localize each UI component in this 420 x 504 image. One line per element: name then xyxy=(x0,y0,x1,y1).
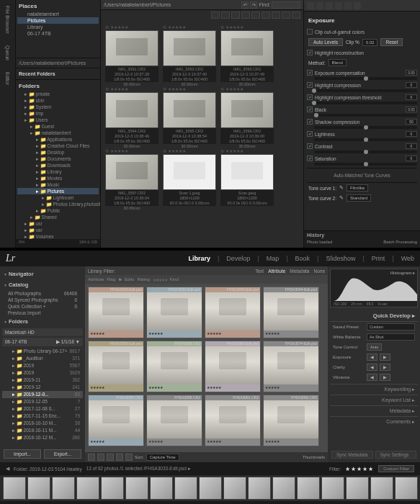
survey-mode-icon[interactable] xyxy=(116,454,123,461)
slider-track[interactable] xyxy=(314,138,417,141)
slider-checkbox[interactable] xyxy=(307,143,313,149)
vib-minus[interactable]: ◀ xyxy=(367,374,377,381)
history-icon[interactable] xyxy=(354,2,361,9)
filter-tab[interactable]: Metadata xyxy=(290,269,309,274)
lr-thumbnail[interactable]: FHSA3065-Edit.psd★★★★★ xyxy=(205,341,261,392)
slider-checkbox[interactable] xyxy=(307,119,313,125)
tc2-select[interactable]: Standard xyxy=(347,194,371,202)
volume-header[interactable]: Macintosh HD xyxy=(2,328,83,336)
filmstrip-thumb[interactable] xyxy=(27,477,50,500)
module-develop[interactable]: Develop xyxy=(226,255,250,262)
tab-queue[interactable]: Queue xyxy=(4,42,12,63)
find-input[interactable] xyxy=(272,1,300,9)
lr-thumbnail[interactable]: FHSA3059-Edit.psd★★★★★ xyxy=(88,341,144,392)
wb-select[interactable]: As Shot xyxy=(367,333,415,341)
tree-node[interactable]: ▸ 📁 var xyxy=(17,227,99,233)
slider-track[interactable] xyxy=(314,114,417,117)
folder-row[interactable]: ▸ 📁 20195567 xyxy=(2,362,83,369)
tree-node[interactable]: ▸ 📁 Photos Library.photoslibrary xyxy=(17,201,99,207)
vib-plus[interactable]: ▶ xyxy=(380,374,390,381)
prev-icon[interactable]: ◀ xyxy=(6,466,9,472)
tree-node[interactable]: ▸ 📁 Movies xyxy=(17,175,99,181)
redo-icon[interactable] xyxy=(344,2,352,9)
slider-checkbox[interactable] xyxy=(307,156,313,161)
view-icon[interactable] xyxy=(231,12,240,19)
filmstrip-thumb[interactable] xyxy=(125,477,148,500)
slider-checkbox[interactable] xyxy=(307,131,313,137)
slider-track[interactable] xyxy=(314,102,417,104)
thumbnail[interactable]: ⚙ ★★★★★IMG_3594.CR22019-12-3 10:38:461/8… xyxy=(105,86,158,144)
filmstrip-thumb[interactable] xyxy=(395,477,418,500)
tree-node[interactable]: ▸ 📁 Music xyxy=(17,181,99,188)
tree-node[interactable]: ▸ 📁 Documents xyxy=(17,156,99,162)
tab-editor[interactable]: Editor xyxy=(4,69,12,88)
trash-icon[interactable] xyxy=(272,12,280,19)
navigator-title[interactable]: Navigator xyxy=(2,269,83,279)
tree-node[interactable]: ▸ 📁 System xyxy=(17,104,99,110)
flag-icon[interactable]: ⚑ xyxy=(118,277,122,282)
filmstrip-thumb[interactable] xyxy=(272,477,295,500)
scope-icon[interactable] xyxy=(292,12,300,19)
module-print[interactable]: Print xyxy=(372,255,385,262)
tc1-select[interactable]: Filmlike xyxy=(347,184,368,192)
filmstrip-thumb[interactable] xyxy=(3,477,26,500)
module-library[interactable]: Library xyxy=(188,255,210,262)
thumbnail[interactable]: ⚙ ★★★★★Scan.jpeg1800×1200f/0.0 0s ISO 0 … xyxy=(220,148,274,206)
filmstrip-thumb[interactable] xyxy=(76,477,99,500)
place-item[interactable]: 06-17 4TB xyxy=(17,30,99,37)
tree-node[interactable]: ▸ 📁 usr xyxy=(17,220,99,227)
method-select[interactable]: Blend xyxy=(329,59,347,66)
loupe-mode-icon[interactable] xyxy=(97,454,104,461)
catalog-row[interactable]: All Synced Photographs0 xyxy=(2,297,83,303)
catalog-row[interactable]: Quick Collection +0 xyxy=(2,303,83,310)
filmstrip-thumb[interactable] xyxy=(248,477,271,500)
module-book[interactable]: Book xyxy=(295,255,310,262)
lr-thumbnail[interactable]: FHSA3044-Edit.psd★★★★★ xyxy=(263,287,319,338)
folder-row[interactable]: ▸ 📁 2017-11-15 Enc...79 xyxy=(2,413,83,420)
thumbnail[interactable]: ⚙ ★★★★★IMG_3596.CR22019-12-3 10:39:001/8… xyxy=(220,86,274,144)
tree-node[interactable]: ▸ 📁 Downloads xyxy=(17,162,99,168)
grid-icon[interactable] xyxy=(282,12,290,19)
thumbnail[interactable]: ⚙ ★★★★★IMG_3597.CR22019-12-3 10:39:041/8… xyxy=(105,148,158,206)
folder-row[interactable]: ▸ 📁 20193629 xyxy=(2,369,83,377)
slider-checkbox[interactable] xyxy=(307,107,313,112)
tree-node[interactable]: ▸ 📁 Lightroom xyxy=(17,194,99,201)
place-item[interactable]: natalielambert xyxy=(17,11,99,17)
lr-thumbnail[interactable]: FHSA3085.CR2★★★★★ xyxy=(88,395,144,446)
tree-node[interactable]: ▸ 📁 Users xyxy=(17,117,99,123)
custom-filter-select[interactable]: Custom Filter xyxy=(378,465,414,472)
folder-tree[interactable]: ▸ 📁 private▸ 📁 sbin▸ 📁 System▸ 📁 tmp▸ 📁 … xyxy=(17,91,99,239)
sync-metadata-button[interactable]: Sync Metadata xyxy=(331,451,373,459)
slider-value[interactable]: 0.00 xyxy=(406,70,417,76)
tree-node[interactable]: ▸ 📁 Library xyxy=(17,168,99,175)
lr-thumbnail[interactable]: FHSA3034-Edit.psd★★★★★ xyxy=(205,287,261,338)
rating-stars[interactable]: ★★★★★ xyxy=(153,277,167,282)
panel-header[interactable]: Metadata ▸ xyxy=(330,405,418,416)
export-button[interactable]: Export... xyxy=(44,449,81,459)
catalog-row[interactable]: All Photographs66408 xyxy=(2,290,83,297)
paste-icon[interactable] xyxy=(326,2,333,9)
slider-value[interactable]: 0 xyxy=(406,143,417,149)
slider-checkbox[interactable] xyxy=(307,82,313,88)
lr-thumbnail[interactable]: FHSA3032-Edit.psd★★★★★ xyxy=(88,287,144,338)
clip-value[interactable]: 0.02 xyxy=(362,39,378,46)
rotate-left-icon[interactable]: ↶ xyxy=(241,1,249,9)
rank-icon[interactable] xyxy=(221,12,230,19)
sort-select[interactable]: Capture Time xyxy=(146,454,179,461)
undo-icon[interactable] xyxy=(335,2,342,9)
module-web[interactable]: Web xyxy=(401,255,414,262)
hl-checkbox[interactable] xyxy=(307,50,313,55)
lr-thumbnail[interactable]: FHSA3092.CR2★★★★★ xyxy=(263,395,319,446)
slider-track[interactable] xyxy=(314,77,417,80)
tree-node[interactable]: ▸ 📁 Guest xyxy=(17,123,99,130)
module-map[interactable]: Map xyxy=(267,255,280,262)
slider-value[interactable]: 0.00 xyxy=(406,107,417,112)
slider-value[interactable]: 0 xyxy=(406,82,417,88)
folder-row[interactable]: ▸ 📁 2018-10-12 M...266 xyxy=(2,434,83,441)
compare-mode-icon[interactable] xyxy=(107,454,114,461)
tree-node[interactable]: ▸ 📁 tmp xyxy=(17,110,99,117)
filmstrip-thumb[interactable] xyxy=(370,477,393,500)
tree-node[interactable]: ▸ 📁 Creative Cloud Files xyxy=(17,143,99,149)
copy-icon[interactable] xyxy=(316,2,323,9)
thumbnail[interactable]: ⚙ ★★★★★Scan 1.jpeg1800×1200f/0.0 0s ISO … xyxy=(163,148,216,206)
